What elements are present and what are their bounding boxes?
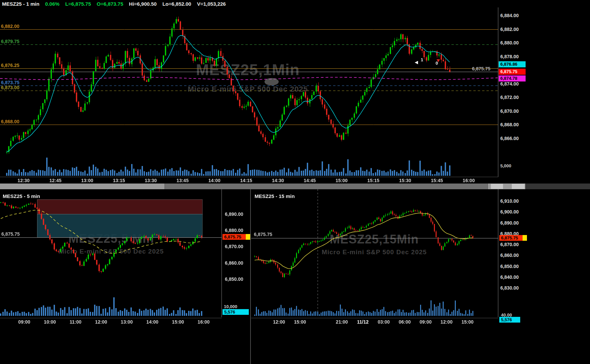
time-tick: 03:00 — [378, 319, 390, 325]
time-axis-1min[interactable]: 12:3012:4513:0013:1513:3013:4514:0014:15… — [0, 177, 498, 184]
time-tick: 12:30 — [18, 178, 30, 183]
time-tick: 14:15 — [240, 178, 252, 183]
scrollbar-button-left[interactable] — [491, 184, 503, 189]
chart-title-15min: MESZ25 - 15 min — [255, 193, 295, 199]
last-price-value-5min: 6,875.75 — [223, 234, 246, 239]
time-tick: 14:30 — [272, 178, 284, 183]
price-tick: 6,870.00 — [225, 244, 243, 249]
change-percent: 0.06% — [45, 1, 60, 7]
price-tick: 6,900.00 — [500, 209, 519, 214]
low-stat: Lo=6,852.00 — [163, 1, 191, 7]
time-tick: 13:00 — [81, 178, 93, 183]
price-tick: 6,850.00 — [225, 276, 243, 282]
time-tick: 15:00 — [335, 178, 348, 183]
time-tick: 13:15 — [113, 178, 125, 183]
price-tick: 6,872.00 — [500, 95, 519, 100]
ma-cyan-value-box: 6,876.86 — [499, 61, 526, 67]
last-price-inline-label-5min: 6,875.75 — [1, 231, 20, 237]
candlestick-canvas-1min[interactable] — [0, 7, 498, 177]
time-axis-5min[interactable]: 09:0010:0011:0012:0013:0014:0015:0016:00 — [0, 319, 222, 325]
time-tick: 15:15 — [367, 178, 379, 183]
axis-separator-1min — [0, 177, 498, 177]
level-label: 6,873.00 — [1, 85, 20, 90]
candlestick-canvas-15min[interactable] — [251, 189, 498, 317]
trading-workspace: MESZ25 - 1 min 0.06% L=6,875.75 O=6,873.… — [0, 0, 590, 364]
price-tick: 6,840.00 — [500, 274, 519, 280]
scrollbar-button-right[interactable] — [512, 184, 525, 189]
price-tick: 6,878.00 — [500, 54, 519, 59]
last-price-box: 6,875.75 — [499, 69, 526, 75]
price-tick: 6,830.00 — [500, 285, 519, 291]
level-label: 6,873.75 — [1, 80, 20, 85]
time-tick: 15:45 — [431, 178, 443, 183]
axis-separator-5min — [0, 318, 222, 318]
time-tick: 12:00 — [273, 319, 285, 325]
time-tick: 11/12 — [357, 319, 368, 325]
ma-value-tab-5min — [246, 234, 250, 240]
time-tick: 15:00 — [462, 319, 474, 325]
price-tick: 6,874.00 — [500, 81, 519, 87]
time-tick: 13:00 — [121, 319, 133, 325]
time-tick: 12:00 — [95, 319, 107, 325]
time-tick: 12:45 — [49, 178, 61, 183]
chart-title-5min: MESZ25 - 5 min — [3, 193, 40, 199]
price-scale-15min[interactable]: 6,910.006,900.006,890.006,880.006,870.00… — [499, 189, 590, 324]
price-scale-1min[interactable]: 6,884.006,882.006,880.006,878.006,874.00… — [499, 7, 590, 183]
last-price-inline-label-1min: 6,875.75 — [472, 66, 491, 71]
price-tick: 6,850.00 — [500, 264, 519, 269]
plot-right-border-1min — [498, 7, 498, 177]
price-tick: 6,860.00 — [225, 260, 243, 266]
time-tick: 11:00 — [69, 319, 81, 325]
price-tick: 6,890.00 — [225, 211, 243, 217]
ma-value-tab-15min — [523, 235, 527, 241]
time-tick: 15:30 — [399, 178, 411, 183]
price-scale-5min[interactable]: 6,890.006,880.006,870.006,860.006,850.00 — [223, 189, 251, 324]
last-price-box-15min: 6,875.75 — [499, 235, 527, 241]
open-stat: O=6,873.75 — [97, 1, 123, 7]
symbol-interval-label: MESZ25 - 1 min — [2, 1, 39, 7]
time-tick: 14:00 — [146, 319, 158, 325]
price-tick: 6,910.00 — [500, 198, 519, 204]
trade-marker: 1 — [421, 57, 423, 62]
volume-stat: V=1,053,226 — [197, 1, 226, 7]
time-tick: 15:00 — [294, 319, 306, 325]
time-tick: 06:00 — [399, 319, 411, 325]
plot-right-border-5min — [222, 189, 222, 317]
plot-right-border-15min — [498, 189, 498, 317]
trade-marker: 0 — [436, 61, 438, 66]
price-tick: 6,884.00 — [500, 13, 519, 18]
price-tick: 6,880.00 — [500, 40, 519, 45]
time-tick: 13:30 — [145, 178, 157, 183]
time-tick: 14:00 — [208, 178, 220, 183]
axis-separator-15min — [251, 318, 498, 318]
scrollbar-thumb[interactable] — [165, 184, 488, 189]
time-tick: 14:45 — [304, 178, 316, 183]
level-label: 6,876.25 — [1, 63, 20, 68]
price-tick: 6,870.00 — [500, 108, 519, 114]
time-tick: 16:00 — [463, 178, 475, 183]
last-price-value-15min: 6,875.75 — [499, 235, 523, 240]
time-tick: 21:00 — [336, 319, 348, 325]
time-axis-15min[interactable]: 12:0015:0021:0011/1203:0006:0009:0012:00… — [251, 319, 498, 325]
scrollbar[interactable] — [0, 184, 590, 189]
candlestick-canvas-5min[interactable] — [0, 189, 222, 317]
time-tick: 15:00 — [172, 319, 184, 325]
scrollbar-right-gap — [525, 184, 590, 189]
level-label: 6,879.75 — [1, 39, 20, 44]
time-tick: 09:00 — [18, 319, 30, 325]
price-tick: 6,860.00 — [500, 253, 519, 258]
time-tick: 16:00 — [198, 319, 210, 325]
price-tick: 6,882.00 — [500, 27, 519, 32]
price-tick: 6,890.00 — [500, 220, 519, 226]
volume-value-box-5min: 5,576 — [223, 309, 249, 315]
last-stat: L=6,875.75 — [65, 1, 91, 7]
last-price-inline-label-15min: 6,875.75 — [254, 232, 272, 237]
level-label: 6,868.00 — [1, 119, 20, 124]
price-tick: 6,870.00 — [500, 242, 519, 247]
price-tick: 6,880.00 — [225, 228, 243, 233]
ma-magenta-value-box: 6,874.78 — [499, 75, 526, 81]
price-tick: 6,868.00 — [500, 122, 519, 127]
time-tick: 13:45 — [177, 178, 189, 183]
level-label: 6,882.00 — [1, 24, 20, 29]
price-tick: 6,866.00 — [500, 136, 519, 141]
